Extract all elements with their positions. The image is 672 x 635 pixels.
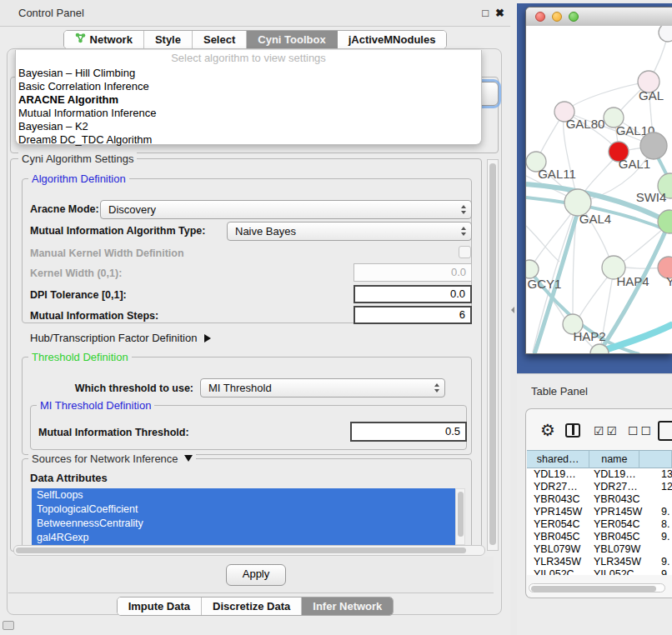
mi-steps-value: 6 <box>459 308 465 321</box>
expander-arrow-icon <box>204 334 211 342</box>
tab-impute-data[interactable]: Impute Data <box>118 598 202 615</box>
algorithm-option-bayesian-k2[interactable]: Bayesian – K2 <box>16 120 481 133</box>
aracne-mode-combo[interactable]: Discovery <box>100 200 472 219</box>
algorithm-option-mutual-information-inference[interactable]: Mutual Information Inference <box>16 107 481 120</box>
float-window-icon[interactable]: □ <box>482 0 489 27</box>
table-row[interactable]: YBR043CYBR043C <box>527 493 672 506</box>
column-header-name[interactable]: name <box>589 450 639 468</box>
mi-threshold-label: Mutual Information Threshold: <box>38 427 189 438</box>
minimize-traffic-light[interactable] <box>552 12 562 22</box>
gear-icon[interactable]: ⚙ <box>540 420 555 440</box>
sources-title-text: Sources for Network Inference <box>32 452 178 465</box>
network-window[interactable]: GALGAL80GAL10GAL1GAL11SWI4GAL4GCY1HAP4YH… <box>525 7 672 354</box>
tab-label: Select <box>203 31 235 48</box>
network-node[interactable] <box>659 26 672 42</box>
table-cell: YLR345W <box>594 556 641 568</box>
attributes-list-scrollbar[interactable] <box>455 488 465 545</box>
table-cell: 12 <box>661 481 672 493</box>
manual-kernel-checkbox <box>459 246 471 258</box>
combo-arrows-icon <box>461 227 466 236</box>
tab-jactivemnodules[interactable]: jActiveMNodules <box>338 31 447 48</box>
hub-tf-definition-expander[interactable]: Hub/Transcription Factor Definition <box>30 332 211 344</box>
table-cell: YPR145W <box>594 506 642 518</box>
tab-label: Infer Network <box>313 598 382 615</box>
network-node-gcy1[interactable] <box>526 260 539 278</box>
dpi-tolerance-label: DPI Tolerance [0,1]: <box>30 289 127 301</box>
sources-group-title[interactable]: Sources for Network Inference <box>28 452 196 465</box>
table-row[interactable]: YPR145WYPR145W9. <box>527 506 672 518</box>
attribute-betweennesscentrality[interactable]: BetweennessCentrality <box>32 517 459 531</box>
bottom-tabbar: Impute DataDiscretize DataInfer Network <box>117 597 394 616</box>
table-cell: YDL19… <box>534 468 576 481</box>
table-row[interactable]: YDR27…YDR27…12 <box>527 481 672 493</box>
table-cell: 9. <box>661 556 669 568</box>
node-label-gal1: GAL1 <box>619 157 650 171</box>
network-canvas[interactable]: GALGAL80GAL10GAL1GAL11SWI4GAL4GCY1HAP4YH… <box>526 26 672 353</box>
algorithm-option-dream8-dc-tdc-algorithm[interactable]: Dream8 DC_TDC Algorithm <box>16 133 481 147</box>
top-tabbar: NetworkStyleSelectCyni ToolboxjActiveMNo… <box>63 30 448 49</box>
table-cell: YER054C <box>594 518 640 531</box>
table-cell: YBL079W <box>534 543 580 556</box>
table-row[interactable]: YBR045CYBR045C9. <box>527 531 672 543</box>
document-icon[interactable] <box>658 421 672 441</box>
table-row[interactable]: YIL052CYIL052C9. <box>527 568 672 575</box>
algorithm-option-aracne-algorithm[interactable]: ARACNE Algorithm <box>16 93 481 107</box>
column-header-shared[interactable]: shared… <box>527 450 589 468</box>
table-header-row: shared…name <box>527 450 672 468</box>
node-label-gal80: GAL80 <box>566 117 605 131</box>
mi-type-combo[interactable]: Naive Bayes <box>227 222 472 241</box>
table-cell: 8. <box>661 518 669 531</box>
table-cell: YBR045C <box>594 531 640 543</box>
zoom-traffic-light[interactable] <box>569 12 579 22</box>
apply-button[interactable]: Apply <box>226 564 286 586</box>
close-traffic-light[interactable] <box>535 12 545 22</box>
settings-vertical-scrollbar[interactable] <box>487 159 499 551</box>
attribute-topologicalcoefficient[interactable]: TopologicalCoefficient <box>32 502 459 517</box>
table-cell: YDR27… <box>534 481 578 493</box>
aracne-mode-value: Discovery <box>108 203 156 216</box>
tab-discretize-data[interactable]: Discretize Data <box>202 598 302 615</box>
which-threshold-combo[interactable]: MI Threshold <box>200 378 445 398</box>
panel-splitter[interactable] <box>510 0 517 635</box>
network-window-titlebar[interactable] <box>526 8 672 27</box>
table-cell: 13 <box>661 468 672 481</box>
data-attributes-label: Data Attributes <box>30 472 108 484</box>
data-attributes-list: SelfLoopsTopologicalCoefficientBetweenne… <box>32 488 465 545</box>
tab-network[interactable]: Network <box>64 31 144 48</box>
columns-icon[interactable] <box>565 423 580 438</box>
unchecked-boxes-icon[interactable]: ☐☐ <box>628 424 654 438</box>
which-threshold-label: Which threshold to use: <box>50 382 193 394</box>
dpi-tolerance-field[interactable]: 0.0 <box>354 285 472 303</box>
algorithm-dropdown-list: Select algorithm to view settings Bayesi… <box>15 50 482 145</box>
column-header-item[interactable] <box>639 450 672 468</box>
apply-button-label: Apply <box>243 568 270 580</box>
close-panel-icon[interactable]: ✖ <box>495 0 504 27</box>
settings-horizontal-scrollbar[interactable] <box>13 545 485 556</box>
table-row[interactable]: YBL079WYBL079W <box>527 543 672 556</box>
checked-boxes-icon[interactable]: ☑☑ <box>594 424 619 438</box>
aracne-mode-label: Aracne Mode: <box>30 203 99 215</box>
table-horizontal-scrollbar[interactable] <box>529 583 665 592</box>
tab-label: jActiveMNodules <box>349 31 436 48</box>
splitter-handle-icon[interactable] <box>511 307 514 313</box>
attribute-selfloops[interactable]: SelfLoops <box>32 488 459 502</box>
table-panel-divider <box>517 373 672 374</box>
manual-kernel-label: Manual Kernel Width Definition <box>30 248 184 259</box>
tab-style[interactable]: Style <box>144 31 193 48</box>
collapsed-panel-icon[interactable] <box>3 621 14 630</box>
network-node[interactable] <box>640 132 667 159</box>
table-row[interactable]: YDL19…YDL19…13 <box>527 468 672 481</box>
table-cell: YBR045C <box>534 531 580 543</box>
algorithm-option-basic-correlation-inference[interactable]: Basic Correlation Inference <box>16 80 481 93</box>
table-row[interactable]: YER054CYER054C8. <box>527 518 672 531</box>
algorithm-option-bayesian-hill-climbing[interactable]: Bayesian – Hill Climbing <box>16 67 481 80</box>
tab-cyni-toolbox[interactable]: Cyni Toolbox <box>247 31 337 48</box>
tab-select[interactable]: Select <box>193 31 247 48</box>
network-node-swi4[interactable] <box>658 210 672 233</box>
attribute-gal4rgexp[interactable]: gal4RGexp <box>32 531 459 545</box>
table-row[interactable]: YLR345WYLR345W9. <box>527 556 672 568</box>
table-cell: YBR043C <box>594 493 640 506</box>
mi-steps-field[interactable]: 6 <box>354 306 472 324</box>
tab-infer-network[interactable]: Infer Network <box>302 598 393 615</box>
mi-threshold-field[interactable]: 0.5 <box>350 422 467 442</box>
